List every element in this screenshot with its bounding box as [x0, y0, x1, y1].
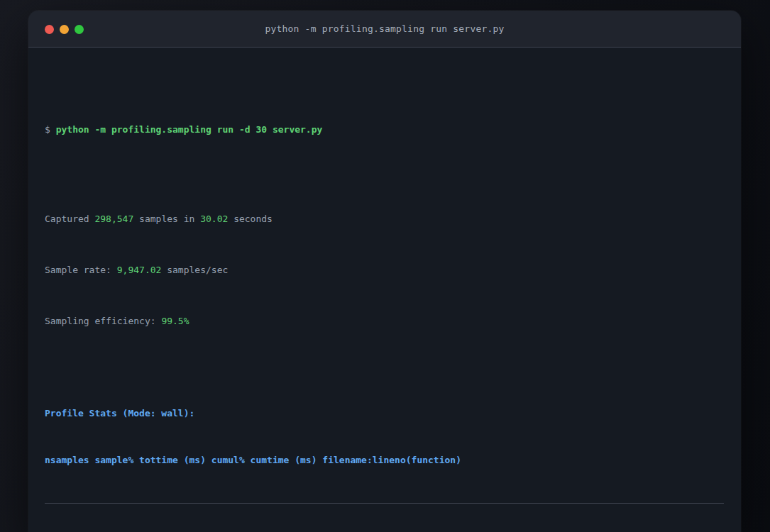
efficiency-label: Sampling efficiency: — [45, 316, 161, 326]
command-line: $ python -m profiling.sampling run -d 30… — [45, 122, 724, 138]
traffic-lights — [45, 11, 84, 48]
captured-label: Captured — [45, 214, 94, 224]
profile-table-header: nsamples sample% tottime (ms) cumul% cum… — [45, 453, 724, 468]
sample-rate-unit: samples/sec — [161, 265, 228, 275]
captured-line: Captured 298,547 samples in 30.02 second… — [45, 211, 724, 227]
sample-rate-line: Sample rate: 9,947.02 samples/sec — [45, 262, 724, 278]
close-button[interactable] — [45, 25, 54, 34]
terminal-window: python -m profiling.sampling run server.… — [28, 11, 741, 532]
efficiency-value: 99.5% — [161, 316, 189, 326]
captured-label-mid: samples in — [133, 214, 200, 224]
efficiency-line: Sampling efficiency: 99.5% — [45, 314, 724, 329]
sample-rate-label: Sample rate: — [45, 265, 117, 275]
terminal-output: $ python -m profiling.sampling run -d 30… — [28, 48, 741, 532]
header-divider — [45, 503, 724, 504]
captured-label-post: seconds — [228, 214, 273, 224]
command-text: python -m profiling.sampling run -d 30 s… — [56, 124, 323, 135]
maximize-button[interactable] — [75, 25, 84, 34]
minimize-button[interactable] — [60, 25, 69, 34]
profile-stats-title: Profile Stats (Mode: wall): — [45, 406, 724, 421]
desktop-background: python -m profiling.sampling run server.… — [0, 0, 770, 532]
sample-rate-value: 9,947.02 — [117, 265, 162, 275]
prompt-symbol: $ — [45, 124, 56, 135]
captured-samples-value: 298,547 — [94, 214, 133, 224]
window-title: python -m profiling.sampling run server.… — [28, 23, 741, 34]
captured-seconds-value: 30.02 — [200, 214, 228, 224]
titlebar[interactable]: python -m profiling.sampling run server.… — [28, 11, 741, 48]
